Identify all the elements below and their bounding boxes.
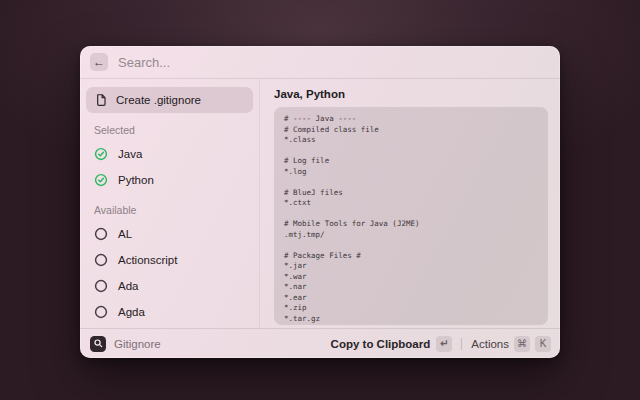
sidebar-item-java[interactable]: Java bbox=[86, 141, 253, 167]
status-bar: Gitignore Copy to Clipboard ↵ Actions ⌘ … bbox=[80, 328, 560, 358]
gitignore-code-block[interactable]: # ---- Java ---- # Compiled class file *… bbox=[274, 107, 548, 325]
circle-icon bbox=[94, 305, 108, 319]
language-label: Actionscript bbox=[118, 254, 177, 266]
sidebar[interactable]: Create .gitignore Selected Java PythonAv… bbox=[80, 79, 260, 328]
back-button[interactable]: ← bbox=[90, 53, 108, 71]
section-label: Selected bbox=[94, 123, 245, 137]
document-icon bbox=[94, 93, 108, 107]
arrow-left-icon: ← bbox=[93, 55, 105, 69]
search-input[interactable]: Search... bbox=[118, 55, 170, 70]
actions-button[interactable]: Actions ⌘ K bbox=[471, 336, 551, 352]
gitignore-app-icon bbox=[90, 336, 106, 352]
main-area: Create .gitignore Selected Java PythonAv… bbox=[80, 79, 560, 328]
sidebar-sections: Selected Java PythonAvailable AL Actions… bbox=[86, 123, 253, 328]
k-key-badge: K bbox=[535, 336, 551, 352]
language-label: AL bbox=[118, 228, 132, 240]
language-label: Ada bbox=[118, 280, 138, 292]
launcher-window: ← Search... Create .gitignore Selected J… bbox=[80, 46, 560, 358]
sidebar-item-create-gitignore[interactable]: Create .gitignore bbox=[86, 87, 253, 113]
command-key-badge: ⌘ bbox=[514, 336, 530, 352]
copy-to-clipboard-button[interactable]: Copy to Clipboard ↵ bbox=[331, 336, 453, 352]
check-circle-icon bbox=[94, 147, 108, 161]
sidebar-item-agda[interactable]: Agda bbox=[86, 299, 253, 325]
search-bar: ← Search... bbox=[80, 46, 560, 79]
sidebar-item-python[interactable]: Python bbox=[86, 167, 253, 193]
statusbar-divider bbox=[461, 338, 462, 350]
language-label: Agda bbox=[118, 306, 145, 318]
sidebar-item-label: Create .gitignore bbox=[116, 94, 201, 106]
preview-title: Java, Python bbox=[274, 88, 548, 100]
section-label: Available bbox=[94, 203, 245, 217]
preview-pane: Java, Python # ---- Java ---- # Compiled… bbox=[260, 79, 560, 328]
extension-name: Gitignore bbox=[114, 338, 161, 350]
gitignore-code-text: # ---- Java ---- # Compiled class file *… bbox=[284, 114, 538, 325]
check-circle-icon bbox=[94, 173, 108, 187]
sidebar-item-ada[interactable]: Ada bbox=[86, 273, 253, 299]
copy-to-clipboard-label: Copy to Clipboard bbox=[331, 338, 431, 350]
magnifier-icon bbox=[93, 338, 104, 349]
circle-icon bbox=[94, 227, 108, 241]
actions-label: Actions bbox=[471, 338, 509, 350]
language-label: Java bbox=[118, 148, 142, 160]
sidebar-item-actionscript[interactable]: Actionscript bbox=[86, 247, 253, 273]
circle-icon bbox=[94, 279, 108, 293]
sidebar-item-al[interactable]: AL bbox=[86, 221, 253, 247]
circle-icon bbox=[94, 253, 108, 267]
return-key-badge: ↵ bbox=[436, 336, 452, 352]
language-label: Python bbox=[118, 174, 154, 186]
